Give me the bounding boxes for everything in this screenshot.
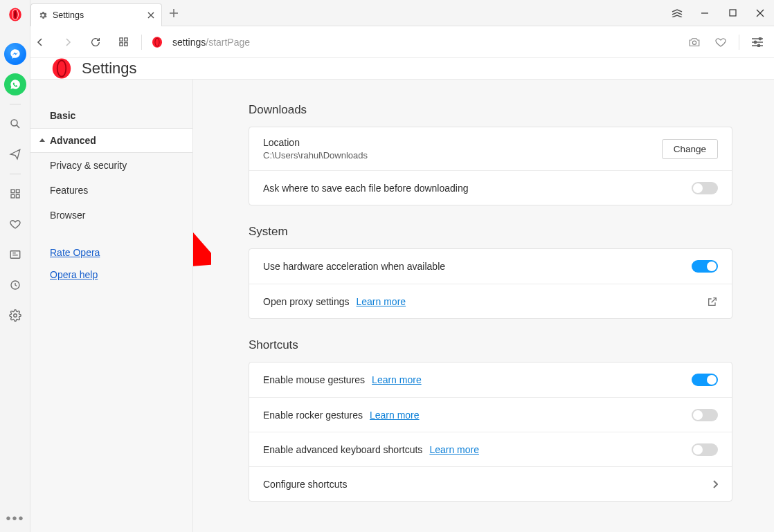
speed-dial-button[interactable] [114, 33, 133, 52]
configure-shortcuts-label: Configure shortcuts [263, 479, 712, 490]
hw-accel-toggle[interactable] [692, 260, 718, 273]
heart-icon[interactable] [4, 213, 26, 235]
location-label: Location [263, 137, 662, 148]
configure-shortcuts-row[interactable]: Configure shortcuts [249, 466, 732, 501]
svg-rect-24 [119, 38, 122, 41]
title-bar: Settings [0, 0, 774, 26]
sidebar-item-advanced[interactable]: Advanced [30, 128, 192, 153]
svg-rect-21 [730, 10, 736, 16]
shortcuts-card: Enable mouse gestures Learn more Enable … [249, 362, 732, 502]
tabs-menu-icon[interactable] [663, 0, 691, 26]
sidebar-item-features[interactable]: Features [30, 178, 192, 203]
sidebar-item-browser[interactable]: Browser [30, 203, 192, 228]
svg-rect-9 [11, 194, 15, 198]
rocker-gestures-row: Enable rocker gestures Learn more [249, 397, 732, 432]
url-field[interactable]: settings/startPage [172, 37, 678, 48]
sidebar-label: Basic [50, 110, 75, 121]
address-bar: settings/startPage [30, 26, 774, 58]
site-opera-icon [150, 35, 164, 49]
new-tab-button[interactable] [162, 0, 186, 26]
page-content: Settings Basic Advanced Privacy & securi… [30, 58, 774, 532]
page-header: Settings [30, 58, 774, 80]
messenger-icon[interactable] [4, 43, 26, 65]
svg-line-43 [193, 232, 196, 254]
rail-separator [10, 174, 21, 174]
sidebar-label: Privacy & security [50, 160, 127, 171]
rail-separator [10, 104, 21, 104]
separator [141, 35, 142, 50]
section-heading-shortcuts: Shortcuts [249, 338, 732, 352]
opera-logo-large-icon [51, 58, 72, 79]
mouse-gestures-toggle[interactable] [692, 374, 718, 386]
location-value: C:\Users\rahul\Downloads [263, 150, 662, 160]
page-title: Settings [82, 59, 137, 77]
snapshot-icon[interactable] [686, 34, 703, 51]
keyboard-shortcuts-row: Enable advanced keyboard shortcuts Learn… [249, 432, 732, 466]
tab-title: Settings [53, 10, 143, 20]
whatsapp-icon[interactable] [4, 73, 26, 95]
sidebar-item-basic[interactable]: Basic [30, 103, 192, 128]
downloads-ask-row: Ask where to save each file before downl… [249, 170, 732, 205]
rail-more-icon[interactable]: ••• [0, 511, 30, 526]
svg-point-31 [692, 41, 696, 44]
history-icon[interactable] [4, 274, 26, 296]
svg-point-37 [757, 44, 759, 46]
gear-icon [38, 10, 48, 20]
caret-up-icon [39, 137, 48, 144]
ask-before-download-label: Ask where to save each file before downl… [263, 183, 692, 194]
rocker-gestures-toggle[interactable] [692, 409, 718, 421]
easy-setup-icon[interactable] [749, 34, 766, 51]
search-icon[interactable] [4, 113, 26, 135]
url-path: /startPage [206, 37, 250, 48]
rocker-learn-more-link[interactable]: Learn more [370, 410, 420, 421]
url-base: settings [172, 37, 206, 48]
tab-close-icon[interactable] [147, 12, 154, 19]
svg-point-35 [759, 37, 761, 39]
separator [739, 35, 739, 50]
svg-rect-27 [124, 43, 127, 46]
speed-dial-icon[interactable] [4, 183, 26, 205]
svg-rect-11 [10, 251, 20, 259]
proxy-row[interactable]: Open proxy settings Learn more [249, 284, 732, 318]
sidebar-label: Browser [50, 210, 85, 221]
minimize-button[interactable] [691, 0, 719, 26]
annotation-arrow-icon [193, 226, 211, 268]
reload-button[interactable] [86, 33, 105, 52]
keyboard-learn-more-link[interactable]: Learn more [429, 444, 479, 455]
section-heading-system: System [249, 225, 732, 239]
bookmark-heart-icon[interactable] [712, 34, 729, 51]
svg-rect-26 [119, 43, 122, 46]
nav-back-button[interactable] [30, 33, 50, 52]
downloads-card: Location C:\Users\rahul\Downloads Change… [249, 127, 732, 205]
ask-before-download-toggle[interactable] [692, 182, 718, 194]
rocker-gestures-label: Enable rocker gestures [263, 410, 363, 421]
section-heading-downloads: Downloads [249, 103, 732, 117]
opera-help-link[interactable]: Opera help [50, 269, 192, 280]
close-button[interactable] [746, 0, 774, 26]
svg-point-30 [155, 38, 159, 46]
mouse-learn-more-link[interactable]: Learn more [372, 374, 422, 385]
browser-tab[interactable]: Settings [30, 3, 162, 26]
change-location-button[interactable]: Change [662, 139, 718, 159]
maximize-button[interactable] [719, 0, 746, 26]
mouse-gestures-row: Enable mouse gestures Learn more [249, 363, 732, 397]
sidebar-label: Features [50, 185, 88, 196]
proxy-learn-more-link[interactable]: Learn more [357, 296, 406, 307]
settings-gear-icon[interactable] [4, 304, 26, 327]
svg-point-15 [13, 314, 17, 318]
proxy-label: Open proxy settings [263, 296, 350, 307]
svg-point-40 [58, 61, 66, 76]
sidebar-item-privacy[interactable]: Privacy & security [30, 153, 192, 178]
nav-forward-button[interactable] [58, 33, 78, 52]
hw-accel-row: Use hardware acceleration when available [249, 249, 732, 284]
opera-logo-icon[interactable] [0, 3, 30, 26]
chevron-right-icon [712, 480, 718, 488]
svg-rect-7 [11, 190, 15, 193]
svg-marker-41 [39, 138, 45, 142]
news-icon[interactable] [4, 244, 26, 266]
svg-point-5 [11, 120, 17, 126]
send-icon[interactable] [4, 143, 26, 165]
keyboard-shortcuts-toggle[interactable] [692, 443, 718, 456]
keyboard-shortcuts-label: Enable advanced keyboard shortcuts [263, 444, 422, 455]
rate-opera-link[interactable]: Rate Opera [50, 247, 192, 258]
